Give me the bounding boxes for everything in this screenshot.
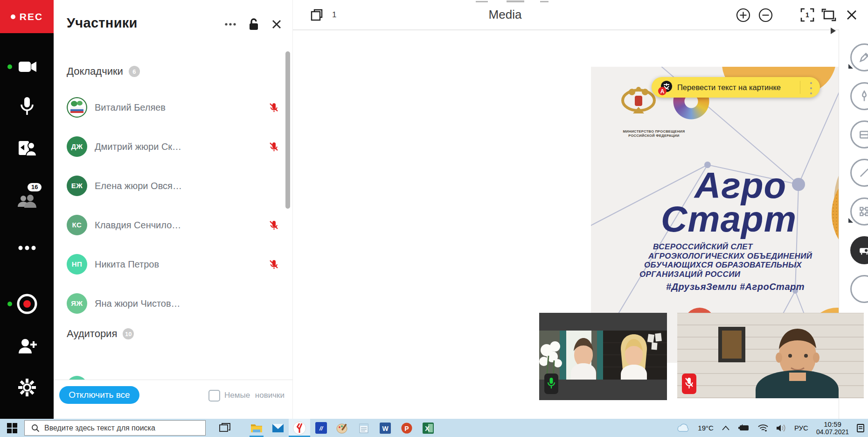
notepad-button[interactable] xyxy=(353,419,375,437)
video-feed-man[interactable] xyxy=(677,313,864,398)
next-slide-arrow[interactable] xyxy=(829,27,837,37)
pages-icon[interactable] xyxy=(309,7,325,23)
svg-text:W: W xyxy=(382,424,389,432)
yandex-browser-button[interactable] xyxy=(289,419,310,437)
task-view-button[interactable] xyxy=(214,419,236,437)
more-options-icon xyxy=(17,246,37,250)
rec-indicator[interactable]: REC xyxy=(0,0,54,33)
excel-button[interactable]: X xyxy=(417,419,439,437)
temperature[interactable]: 19°C xyxy=(698,424,714,432)
slide-hashtags: #ДрузьяЗемли #АгроСтарт xyxy=(666,282,805,292)
participant-row[interactable]: ЯЖ Яна жюри Чистов… xyxy=(54,289,292,318)
mute-all-button[interactable]: Отключить все xyxy=(59,386,139,404)
actual-size-button[interactable]: 1 xyxy=(799,7,815,23)
unmuted-mic-badge[interactable] xyxy=(544,374,558,394)
participants-scrollbar[interactable] xyxy=(285,51,290,209)
participant-name: Никита Петров xyxy=(95,254,159,275)
microphone-button[interactable] xyxy=(0,93,54,120)
zoom-in-button[interactable] xyxy=(735,7,751,23)
slide-title: Агро Старт xyxy=(661,169,797,236)
participant-name: Яна жюри Чистов… xyxy=(95,293,181,314)
brush-tool[interactable] xyxy=(850,82,868,110)
participant-row[interactable]: ЕЖ Елена жюри Овся… xyxy=(54,171,292,201)
mail-button[interactable] xyxy=(267,419,289,437)
lock-icon[interactable] xyxy=(249,18,259,31)
notification-center-icon[interactable] xyxy=(857,423,864,433)
participant-row[interactable]: КС Клавдия Сенчило… xyxy=(54,210,292,240)
volume-icon[interactable] xyxy=(776,424,786,432)
muted-mic-badge[interactable] xyxy=(682,374,696,394)
participants-panel: Участники Докладчики 6 xyxy=(54,0,292,419)
participant-avatar: ЯЖ xyxy=(67,293,87,314)
translate-tooltip[interactable]: A Перевести текст на картинке xyxy=(652,77,820,98)
page-indicator: 1 xyxy=(332,10,336,20)
taskbar-search[interactable]: Введите здесь текст для поиска xyxy=(24,420,206,436)
webinar-app-window: REC 16 xyxy=(0,0,868,437)
app-blue-button[interactable]: // xyxy=(310,419,332,437)
microphone-icon xyxy=(19,96,35,117)
muted-mic-icon[interactable] xyxy=(268,220,279,231)
tray-chevron-icon[interactable] xyxy=(722,425,730,431)
speakers-count-badge: 6 xyxy=(129,66,140,77)
participant-name: Виталий Беляев xyxy=(95,97,166,118)
audience-count-badge: 10 xyxy=(123,328,134,339)
language-indicator[interactable]: РУС xyxy=(794,424,808,432)
tray-date: 04.07.2021 xyxy=(816,428,849,436)
more-options-button[interactable] xyxy=(0,235,54,261)
close-panel-icon[interactable] xyxy=(271,19,282,30)
file-explorer-button[interactable] xyxy=(246,419,267,437)
tray-time: 10:59 xyxy=(816,421,849,428)
participants-icon xyxy=(17,194,37,210)
add-user-button[interactable] xyxy=(0,333,54,359)
system-tray: 19°C РУС 10:59 04.07.20 xyxy=(676,419,868,437)
eraser-tool[interactable] xyxy=(850,120,868,148)
recording-button[interactable] xyxy=(0,291,54,317)
participants-button[interactable]: 16 xyxy=(0,189,54,215)
panel-menu-icon[interactable] xyxy=(224,18,236,30)
participant-name: Дмитрий жюри Ск… xyxy=(95,136,181,157)
svg-text:A: A xyxy=(660,88,665,95)
camera-button[interactable] xyxy=(0,54,54,80)
svg-text:P: P xyxy=(404,424,409,432)
line-tool[interactable] xyxy=(850,159,868,187)
participant-row[interactable]: Виталий Беляев xyxy=(54,92,292,122)
cropped-browser-edge xyxy=(462,0,564,3)
powerpoint-button[interactable]: P xyxy=(396,419,417,437)
tooltip-menu-icon[interactable] xyxy=(806,81,816,95)
extra-tool[interactable] xyxy=(850,275,868,303)
clock[interactable]: 10:59 04.07.2021 xyxy=(816,421,849,436)
speakers-label: Докладчики xyxy=(67,65,123,78)
start-button[interactable] xyxy=(0,419,24,437)
projector-tool-active[interactable] xyxy=(850,236,868,264)
battery-icon[interactable] xyxy=(738,424,750,431)
screen-share-button[interactable] xyxy=(0,135,54,162)
audience-label: Аудитория xyxy=(67,328,117,340)
add-user-icon xyxy=(17,338,37,355)
shape-submenu-marker xyxy=(848,218,853,223)
tooltip-divider xyxy=(800,81,800,94)
settings-button[interactable] xyxy=(0,374,54,401)
fit-screen-button[interactable] xyxy=(821,7,837,23)
muted-mic-icon[interactable] xyxy=(268,141,279,153)
video-feed-woman-blonde[interactable] xyxy=(603,331,667,380)
muted-mic-icon[interactable] xyxy=(268,102,279,113)
participant-row[interactable]: НП Никита Петров xyxy=(54,249,292,279)
video-thumbnails-panel[interactable] xyxy=(539,313,667,400)
speakers-section-header: Докладчики 6 xyxy=(67,65,140,78)
zoom-out-button[interactable] xyxy=(757,7,773,23)
panel-footer: Отключить все Немые новички xyxy=(54,380,292,419)
translate-label: Перевести текст на картинке xyxy=(677,83,781,92)
participant-row[interactable]: ДЖ Дмитрий жюри Ск… xyxy=(54,132,292,162)
muted-mic-icon[interactable] xyxy=(268,259,279,270)
video-feed-woman-flowers[interactable] xyxy=(539,331,603,380)
svg-text://: // xyxy=(319,425,323,432)
wifi-icon[interactable] xyxy=(758,424,768,432)
close-media-button[interactable] xyxy=(844,7,860,23)
panel-header-actions xyxy=(224,18,282,31)
weather-cloud-icon[interactable] xyxy=(676,423,690,433)
word-button[interactable]: W xyxy=(375,419,396,437)
screen-share-icon xyxy=(17,140,37,157)
paint-button[interactable] xyxy=(332,419,353,437)
participant-name: Клавдия Сенчило… xyxy=(95,215,181,235)
mute-newbies-checkbox[interactable] xyxy=(208,390,220,402)
